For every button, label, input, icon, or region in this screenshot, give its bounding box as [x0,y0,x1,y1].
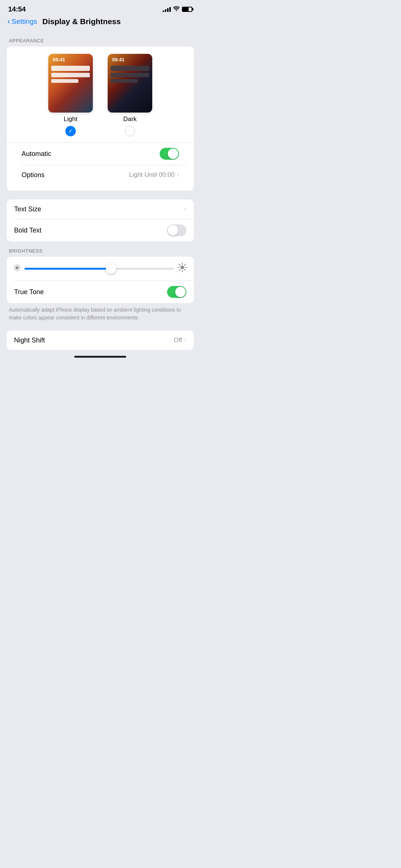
options-label: Options [22,171,45,179]
light-mode-radio[interactable]: ✓ [65,126,76,136]
text-settings-section: Text Size › Bold Text [0,199,200,241]
appearance-options-container: 09:41 Light ✓ 09:41 [7,46,194,191]
page-title: Display & Brightness [42,17,121,26]
back-label: Settings [12,17,37,26]
light-mode-ui [51,66,90,83]
svg-point-0 [16,266,19,269]
options-row[interactable]: Options Light Until 00:00 › [14,165,186,185]
svg-line-8 [15,269,16,270]
text-size-label: Text Size [14,205,41,213]
automatic-toggle[interactable] [160,148,179,160]
appearance-options: 09:41 Light ✓ 09:41 [14,54,186,136]
text-size-row[interactable]: Text Size › [7,199,194,219]
nav-bar: ‹ Settings Display & Brightness [0,16,200,31]
true-tone-row: True Tone [7,281,194,303]
dark-mode-radio[interactable] [125,126,135,136]
night-shift-value: Off › [174,337,186,344]
back-chevron-icon: ‹ [7,17,10,26]
brightness-slider[interactable] [25,268,174,270]
status-time: 14:54 [8,5,26,13]
text-size-value: › [184,205,186,213]
status-icons [163,6,192,13]
night-shift-card: Night Shift Off › [7,331,194,350]
brightness-low-icon [13,264,21,273]
dark-mode-time: 09:41 [112,57,124,62]
dark-mode-preview: 09:41 [108,54,152,113]
svg-line-17 [179,270,180,271]
automatic-label: Automatic [22,150,51,158]
svg-line-14 [179,264,180,266]
brightness-high-icon [177,263,187,274]
text-settings-card: Text Size › Bold Text [7,199,194,241]
options-value: Light Until 00:00 › [129,171,179,179]
bold-text-row: Bold Text [7,219,194,241]
svg-line-16 [185,264,186,266]
true-tone-toggle[interactable] [167,286,186,298]
signal-icon [163,7,171,12]
appearance-card: 09:41 Light ✓ 09:41 [7,46,194,191]
bold-text-label: Bold Text [14,227,42,234]
dark-mode-option[interactable]: 09:41 Dark [108,54,152,136]
automatic-row: Automatic [14,143,186,165]
true-tone-label: True Tone [14,288,44,296]
svg-line-5 [15,266,16,266]
wifi-icon [173,6,180,13]
brightness-card: True Tone [7,257,194,303]
light-mode-option[interactable]: 09:41 Light ✓ [48,54,93,136]
status-bar: 14:54 [0,0,200,16]
text-size-chevron-icon: › [184,205,186,213]
light-mode-time: 09:41 [53,57,65,62]
appearance-section-label: APPEARANCE [0,31,200,46]
bold-text-toggle[interactable] [167,224,186,236]
brightness-slider-row [7,257,194,280]
true-tone-description: Automatically adapt iPhone display based… [0,303,200,328]
svg-line-6 [19,269,19,270]
options-chevron-icon: › [177,171,179,179]
light-mode-label: Light [64,116,78,123]
night-shift-row[interactable]: Night Shift Off › [7,331,194,350]
back-button[interactable]: ‹ Settings [7,17,37,26]
night-shift-label: Night Shift [14,337,45,344]
svg-line-15 [185,270,186,271]
svg-line-7 [19,266,19,266]
brightness-section-label: BRIGHTNESS [0,241,200,257]
dark-mode-label: Dark [123,116,137,123]
home-indicator [74,356,126,358]
svg-point-9 [180,266,184,269]
battery-icon [182,7,192,12]
dark-mode-ui [111,66,149,83]
light-mode-preview: 09:41 [48,54,93,113]
night-shift-chevron-icon: › [184,337,186,344]
